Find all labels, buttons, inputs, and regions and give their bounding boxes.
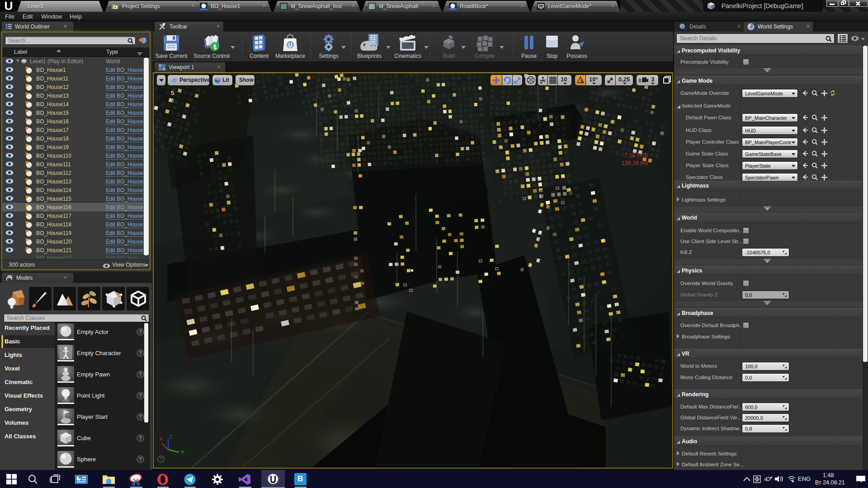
svg-text:Z: Z [169, 434, 172, 440]
svg-text:X: X [159, 436, 163, 441]
svg-text:5: 5 [171, 89, 174, 96]
svg-text:?: ? [139, 436, 142, 441]
svg-text:?: ? [139, 393, 142, 398]
svg-text:?: ? [139, 372, 142, 377]
svg-text:?: ? [139, 414, 142, 419]
svg-text:?: ? [160, 457, 162, 462]
svg-text:?: ? [139, 351, 142, 356]
svg-text:7.18 FPS: 7.18 FPS [624, 152, 648, 159]
svg-text:139.29 ms: 139.29 ms [622, 160, 648, 166]
svg-text:?: ? [139, 457, 142, 462]
svg-text:?: ? [139, 329, 142, 334]
svg-text:0: 0 [171, 97, 174, 104]
svg-text:Y: Y [181, 450, 184, 455]
